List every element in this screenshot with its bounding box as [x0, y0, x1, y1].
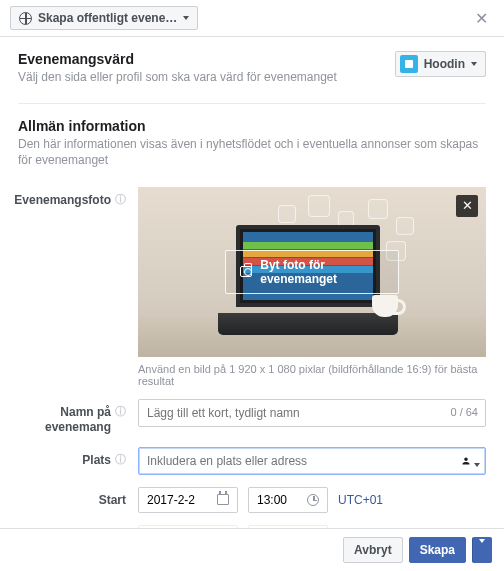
host-section-title: Evenemangsvärd: [18, 51, 337, 67]
info-icon: ⓘ: [115, 193, 126, 207]
info-icon: ⓘ: [115, 453, 126, 467]
start-row: Start UTC+01: [18, 487, 486, 513]
start-time-picker[interactable]: [248, 487, 328, 513]
modal-header: Skapa offentligt evene… ✕: [0, 0, 504, 37]
cut-off-row: UTC+01: [18, 525, 486, 528]
event-photo-preview: ✕ Byt foto för evenemanget: [138, 187, 486, 357]
host-section: Evenemangsvärd Välj den sida eller profi…: [18, 51, 486, 85]
create-options-button[interactable]: [472, 537, 492, 563]
photo-row: Evenemangsfoto ⓘ ✕: [18, 187, 486, 387]
location-picker-button[interactable]: [459, 454, 480, 468]
close-button[interactable]: ✕: [469, 7, 494, 30]
host-section-subtitle: Välj den sida eller profil som ska vara …: [18, 69, 337, 85]
start-date-input[interactable]: [147, 493, 209, 507]
location-input[interactable]: [138, 447, 486, 475]
chevron-down-icon: [474, 463, 480, 467]
create-button[interactable]: Skapa: [409, 537, 466, 563]
timezone-link[interactable]: UTC+01: [338, 493, 383, 507]
location-row: Plats ⓘ: [18, 447, 486, 475]
change-photo-button[interactable]: Byt foto för evenemanget: [225, 250, 399, 294]
remove-photo-button[interactable]: ✕: [456, 195, 478, 217]
divider: [18, 103, 486, 104]
chevron-down-icon: [183, 16, 189, 20]
globe-icon: [19, 12, 32, 25]
start-label: Start: [18, 487, 138, 508]
photo-hint: Använd en bild på 1 920 x 1 080 pixlar (…: [138, 363, 486, 387]
name-char-counter: 0 / 64: [450, 406, 478, 418]
clock-icon: [307, 494, 319, 506]
camera-icon: [240, 266, 252, 277]
chevron-down-icon: [479, 539, 485, 557]
general-section-title: Allmän information: [18, 118, 486, 134]
general-section-subtitle: Den här informationen visas även i nyhet…: [18, 136, 486, 168]
calendar-icon: [217, 494, 229, 505]
start-date-picker[interactable]: [138, 487, 238, 513]
info-icon: ⓘ: [115, 405, 126, 419]
start-time-input[interactable]: [257, 493, 299, 507]
name-row: Namn på evenemang ⓘ 0 / 64: [18, 399, 486, 435]
end-time-picker[interactable]: [248, 525, 328, 528]
location-label: Plats ⓘ: [18, 447, 138, 468]
event-name-input[interactable]: [138, 399, 486, 427]
modal-footer: Avbryt Skapa: [0, 528, 504, 571]
event-privacy-dropdown[interactable]: Skapa offentligt evene…: [10, 6, 198, 30]
host-avatar-icon: [400, 55, 418, 73]
name-label: Namn på evenemang ⓘ: [18, 399, 138, 435]
photo-label: Evenemangsfoto ⓘ: [18, 187, 138, 208]
host-selector-button[interactable]: Hoodin: [395, 51, 486, 77]
end-date-picker[interactable]: [138, 525, 238, 528]
host-name: Hoodin: [424, 57, 465, 71]
person-pin-icon: [459, 454, 473, 468]
cancel-button[interactable]: Avbryt: [343, 537, 403, 563]
general-section: Allmän information Den här informationen…: [18, 118, 486, 168]
change-photo-label: Byt foto för evenemanget: [260, 258, 384, 286]
modal-body: Evenemangsvärd Välj den sida eller profi…: [0, 37, 504, 528]
chevron-down-icon: [471, 62, 477, 66]
event-privacy-label: Skapa offentligt evene…: [38, 11, 177, 25]
